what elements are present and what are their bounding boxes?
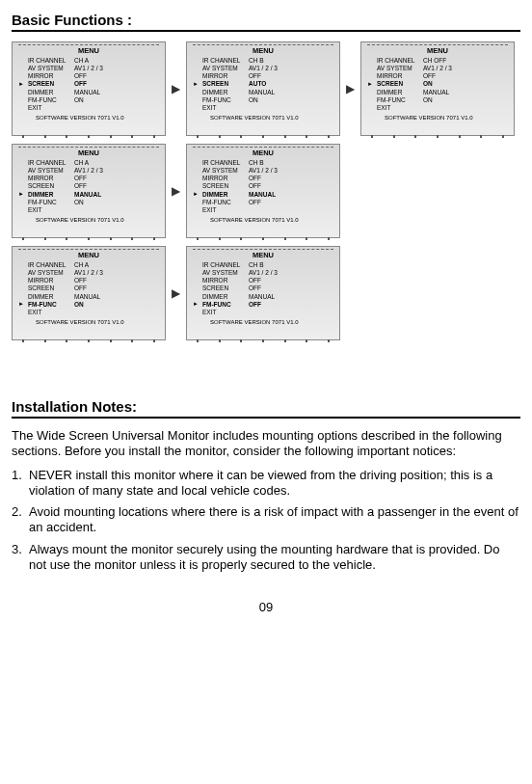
menu-row-scr: SCREEN ON xyxy=(377,80,514,88)
menu-key-scr: SCREEN xyxy=(28,284,74,292)
menu-val-ir: CH B xyxy=(249,159,264,167)
dash-line xyxy=(18,44,159,45)
menu-key-av: AV SYSTEM xyxy=(377,65,423,72)
dash-line xyxy=(193,44,333,45)
menu-val-mir: OFF xyxy=(249,72,261,80)
osd-screen-1: MENU IR CHANNEL CH B AV SYSTEM AV1 / 2 /… xyxy=(186,41,340,136)
basic-functions-title: Basic Functions : xyxy=(12,12,520,32)
install-item-number: 2. xyxy=(12,504,22,520)
menu-val-dim: MANUAL xyxy=(74,293,100,301)
menu-row-fm: FM-FUNC OFF xyxy=(202,199,339,206)
menu-key-exit: EXIT xyxy=(28,104,74,112)
menu-val-mir: OFF xyxy=(249,175,261,182)
menu-key-ir: IR CHANNEL xyxy=(202,261,249,269)
menu-row-av: AV SYSTEM AV1 / 2 / 3 xyxy=(202,269,339,277)
menu-key-exit: EXIT xyxy=(28,206,74,214)
menu-val-mir: OFF xyxy=(74,72,87,80)
menu-title: MENU xyxy=(13,46,165,55)
menu-val-mir: OFF xyxy=(74,175,87,182)
menu-row-fm: FM-FUNC ON xyxy=(377,96,514,104)
menu-val-dim: MANUAL xyxy=(249,191,276,199)
menu-key-exit: EXIT xyxy=(377,104,423,112)
menu-val-scr: OFF xyxy=(74,284,87,292)
menu-row-mir: MIRROR OFF xyxy=(28,175,165,182)
menu-row-ir: IR CHANNEL CH OFF xyxy=(377,57,514,65)
menu-row-dim: DIMMER MANUAL xyxy=(28,191,165,199)
menu-key-scr: SCREEN xyxy=(28,182,74,190)
menu-row-mir: MIRROR OFF xyxy=(202,277,339,284)
menu-key-dim: DIMMER xyxy=(377,89,423,96)
arrow-right-icon: ▶ xyxy=(172,82,180,95)
menu-val-ir: CH A xyxy=(74,159,89,167)
menu-val-dim: MANUAL xyxy=(249,293,275,301)
osd-screen-5: MENU IR CHANNEL CH A AV SYSTEM AV1 / 2 /… xyxy=(12,246,166,340)
menu-key-av: AV SYSTEM xyxy=(28,167,74,175)
osd-screen-6: MENU IR CHANNEL CH B AV SYSTEM AV1 / 2 /… xyxy=(186,246,340,340)
install-notes-title: Installation Notes: xyxy=(12,398,520,419)
menu-row-dim: DIMMER MANUAL xyxy=(28,89,165,96)
menu-key-ir: IR CHANNEL xyxy=(28,57,74,65)
menu-val-ir: CH A xyxy=(74,261,89,269)
menu-row-scr: SCREEN OFF xyxy=(202,182,339,190)
menu-row-mir: MIRROR OFF xyxy=(202,175,339,182)
software-version: SOFTWARE VERSION 7071 V1.0 xyxy=(210,319,339,325)
osd-screen-0: MENU IR CHANNEL CH A AV SYSTEM AV1 / 2 /… xyxy=(12,41,166,136)
page-number: 09 xyxy=(12,600,520,614)
menu-title: MENU xyxy=(187,46,339,55)
menu-key-mir: MIRROR xyxy=(377,72,423,80)
osd-screen-3: MENU IR CHANNEL CH A AV SYSTEM AV1 / 2 /… xyxy=(12,144,166,238)
menu-row-av: AV SYSTEM AV1 / 2 / 3 xyxy=(28,269,165,277)
menu-row-mir: MIRROR OFF xyxy=(202,72,339,80)
arrow-right-icon: ▶ xyxy=(346,82,355,95)
menu-val-av: AV1 / 2 / 3 xyxy=(423,65,452,72)
install-item-text: Avoid mounting locations where there is … xyxy=(29,504,519,534)
menu-val-fm: ON xyxy=(249,96,258,104)
menu-key-mir: MIRROR xyxy=(202,72,249,80)
install-item-text: Always mount the monitor securely using … xyxy=(29,542,499,572)
menu-row-ir: IR CHANNEL CH B xyxy=(202,261,339,269)
install-item-3: 3. Always mount the monitor securely usi… xyxy=(12,542,520,574)
menu-key-ir: IR CHANNEL xyxy=(202,159,249,167)
menu-key-fm: FM-FUNC xyxy=(377,96,423,104)
menu-row-ir: IR CHANNEL CH A xyxy=(28,261,165,269)
dash-line xyxy=(193,147,333,148)
menu-row-ir: IR CHANNEL CH B xyxy=(202,57,339,65)
menu-key-dim: DIMMER xyxy=(202,191,249,199)
menu-val-dim: MANUAL xyxy=(74,89,100,96)
menu-row-exit: EXIT xyxy=(377,104,514,112)
menu-key-av: AV SYSTEM xyxy=(28,65,74,72)
menu-key-scr: SCREEN xyxy=(377,80,423,88)
software-version: SOFTWARE VERSION 7071 V1.0 xyxy=(36,217,165,223)
menu-key-scr: SCREEN xyxy=(202,284,249,292)
menu-key-ir: IR CHANNEL xyxy=(28,159,74,167)
menu-key-ir: IR CHANNEL xyxy=(202,57,249,65)
menu-row-fm: FM-FUNC ON xyxy=(28,199,165,206)
menu-key-scr: SCREEN xyxy=(28,80,74,88)
menu-title: MENU xyxy=(187,251,339,259)
software-version: SOFTWARE VERSION 7071 V1.0 xyxy=(36,115,165,121)
install-item-number: 1. xyxy=(12,468,22,483)
menu-row-av: AV SYSTEM AV1 / 2 / 3 xyxy=(377,65,514,72)
menu-val-scr: AUTO xyxy=(249,80,266,88)
software-version: SOFTWARE VERSION 7071 V1.0 xyxy=(385,115,514,121)
menu-key-fm: FM-FUNC xyxy=(202,96,249,104)
menu-val-av: AV1 / 2 / 3 xyxy=(74,269,103,277)
menu-val-fm: OFF xyxy=(249,301,261,309)
menu-key-dim: DIMMER xyxy=(202,89,249,96)
menu-val-fm: ON xyxy=(74,96,84,104)
menu-val-scr: OFF xyxy=(74,80,87,88)
menu-key-dim: DIMMER xyxy=(28,191,74,199)
menu-row-ir: IR CHANNEL CH A xyxy=(28,57,165,65)
menu-row-fm: FM-FUNC ON xyxy=(202,96,339,104)
osd-screen-4: MENU IR CHANNEL CH B AV SYSTEM AV1 / 2 /… xyxy=(186,144,340,238)
menu-val-av: AV1 / 2 / 3 xyxy=(249,167,278,175)
menu-key-exit: EXIT xyxy=(202,104,249,112)
menu-row-exit: EXIT xyxy=(28,104,165,112)
menu-row-av: AV SYSTEM AV1 / 2 / 3 xyxy=(202,65,339,72)
install-item-number: 3. xyxy=(12,542,22,557)
arrow-right-icon: ▶ xyxy=(172,184,180,198)
menu-row-scr: SCREEN AUTO xyxy=(202,80,339,88)
menu-val-scr: OFF xyxy=(249,182,261,190)
install-intro: The Wide Screen Universal Monitor includ… xyxy=(12,428,520,460)
menu-row-exit: EXIT xyxy=(202,309,339,316)
